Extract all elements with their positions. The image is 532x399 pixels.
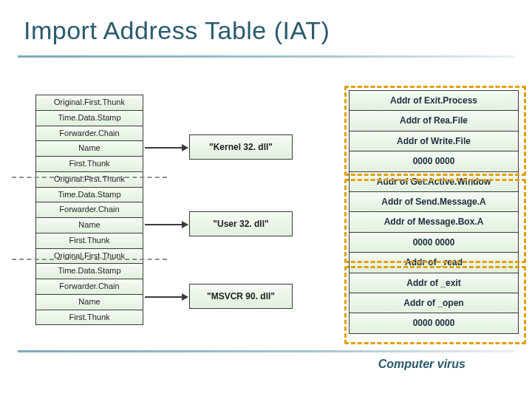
iat-row: Addr of _open	[349, 293, 518, 313]
arrow-name-to-msvcr	[145, 296, 188, 298]
descriptor-row: First.Thunk	[36, 233, 143, 249]
descriptor-row: Forwarder.Chain	[36, 279, 143, 295]
iat-row: 0000 0000	[349, 233, 518, 253]
footer-divider	[18, 350, 514, 352]
iat-row: Addr of _read	[349, 253, 518, 273]
arrow-name-to-kernel	[145, 147, 188, 149]
iat-row: Addr of Send.Message.A	[349, 192, 518, 212]
group-divider	[12, 177, 167, 178]
iat-row: Addr of Message.Box.A	[349, 212, 518, 232]
iat-row: Addr of Rea.File	[349, 111, 518, 131]
footer-label: Computer virus	[378, 358, 466, 371]
diagram-stage: Original.First.Thunk Time.Data.Stamp For…	[0, 78, 532, 372]
descriptor-row: Name	[36, 141, 143, 157]
title-divider	[18, 55, 514, 58]
descriptor-row: Forwarder.Chain	[36, 202, 143, 218]
descriptor-row: First.Thunk	[36, 310, 143, 325]
arrow-name-to-user	[145, 224, 188, 225]
iat-row: Addr of _exit	[349, 273, 518, 293]
page-title: Import Address Table (IAT)	[0, 0, 532, 45]
iat-row: 0000 0000	[349, 313, 518, 332]
iat-row: Addr of Get.Active.Window	[349, 172, 518, 192]
iat-row: Addr of Write.File	[349, 132, 518, 151]
descriptor-row: Original.First.Thunk	[36, 172, 143, 188]
descriptor-row: Time.Data.Stamp	[36, 264, 143, 279]
descriptor-row: Name	[36, 295, 143, 310]
descriptor-row: Original.First.Thunk	[36, 95, 143, 111]
import-descriptor-table: Original.First.Thunk Time.Data.Stamp For…	[35, 95, 143, 325]
descriptor-row: Forwarder.Chain	[36, 126, 143, 142]
descriptor-row: Name	[36, 218, 143, 233]
iat-row: Addr of Exit.Process	[349, 91, 518, 111]
descriptor-row: Original.First.Thunk	[36, 249, 143, 265]
descriptor-row: Time.Data.Stamp	[36, 188, 143, 203]
iat-row: 0000 0000	[349, 151, 518, 171]
dll-name-msvcr90: "MSVCR 90. dll"	[189, 284, 293, 309]
descriptor-row: First.Thunk	[36, 157, 143, 172]
group-divider	[12, 259, 167, 260]
iat-address-table: Addr of Exit.Process Addr of Rea.File Ad…	[349, 90, 519, 334]
dll-name-user32: "User 32. dll"	[189, 211, 293, 236]
descriptor-row: Time.Data.Stamp	[36, 111, 143, 126]
dll-name-kernel32: "Kernel 32. dll"	[189, 134, 293, 160]
